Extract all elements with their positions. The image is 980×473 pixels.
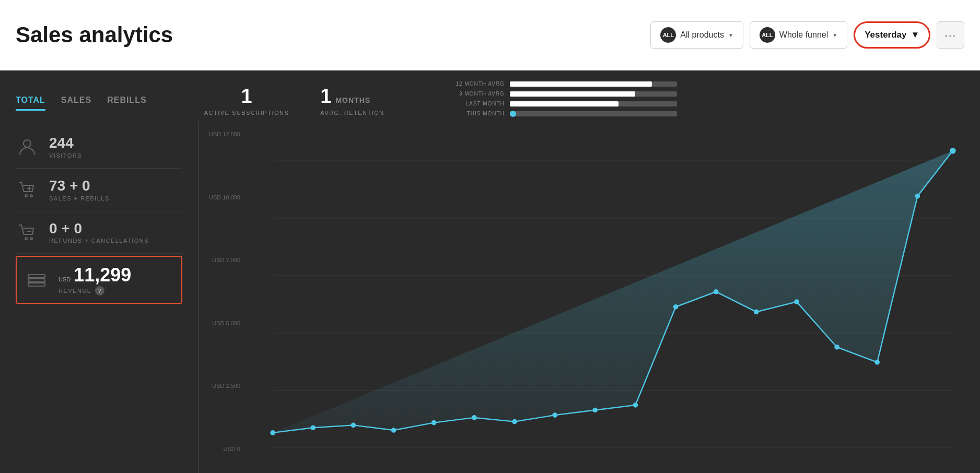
data-point <box>754 310 759 315</box>
avg-retention-unit: MONTHS <box>335 96 370 104</box>
header: Sales analytics ALL All products ▼ ALL W… <box>0 0 980 70</box>
bar-label-12month: 12 MONTH AVRG <box>437 81 505 87</box>
tab-total[interactable]: TOTAL <box>16 91 45 111</box>
bar-fill-lastmonth <box>510 101 619 107</box>
revenue-label-row: REVENUE ? <box>59 286 131 295</box>
data-point <box>673 304 679 310</box>
avg-retention-label: AVRG. RETENTION <box>320 110 384 116</box>
revenue-label: REVENUE <box>59 288 92 294</box>
tab-sales[interactable]: SALES <box>61 91 91 111</box>
date-filter-button[interactable]: Yesterday ▼ <box>854 21 930 49</box>
date-label: Yesterday <box>865 30 906 40</box>
bar-fill-thismonth <box>510 111 516 117</box>
products-filter-button[interactable]: ALL All products ▼ <box>650 21 743 49</box>
bar-row-lastmonth: LAST MONTH <box>437 101 943 107</box>
sales-rebills-metric: 73 + 0 SALES + REBILLS <box>16 169 182 211</box>
revenue-box: USD 11,299 REVENUE ? <box>16 256 182 304</box>
bar-row-thismonth: THIS MONTH <box>437 111 943 116</box>
header-controls: ALL All products ▼ ALL Whole funnel ▼ Ye… <box>650 21 964 49</box>
data-point-last <box>950 148 956 154</box>
chart-area: USD 12,500 USD 10,000 USD 7,500 USD 5,00… <box>199 121 980 473</box>
data-point <box>834 345 839 350</box>
bar-label-3month: 3 MONTH AVRG <box>437 91 505 97</box>
bar-label-lastmonth: LAST MONTH <box>437 101 505 107</box>
revenue-value: 11,299 <box>74 264 131 286</box>
date-arrow: ▼ <box>911 30 920 40</box>
more-icon: ··· <box>944 29 956 41</box>
bar-stats: 12 MONTH AVRG 3 MONTH AVRG LAST MONTH <box>416 81 964 121</box>
refunds-metric: 0 + 0 REFUNDS + CANCELLATIONS <box>16 211 182 254</box>
data-point <box>351 423 356 428</box>
svg-point-2 <box>30 195 32 197</box>
sales-rebills-data: 73 + 0 SALES + REBILLS <box>49 178 110 202</box>
bar-row-12month: 12 MONTH AVRG <box>437 81 943 87</box>
active-subscriptions-label: ACTIVE SUBSCRIPTIONS <box>204 110 289 116</box>
bar-track-3month <box>510 91 677 97</box>
data-point <box>391 428 396 433</box>
visitors-data: 244 VISITORS <box>49 135 82 159</box>
content-area: 244 VISITORS 73 + 0 SALES <box>0 121 980 473</box>
avg-retention-block: 1 MONTHS <box>320 86 384 108</box>
data-point <box>714 289 719 294</box>
data-point <box>270 430 275 435</box>
refunds-value: 0 + 0 <box>49 221 149 237</box>
y-label-5000: USD 5,000 <box>212 320 240 326</box>
svg-rect-10 <box>28 283 45 286</box>
main-content: TOTAL SALES REBILLS 1 ACTIVE SUBSCRIPTIO… <box>0 70 980 473</box>
cart-add-icon <box>16 178 39 201</box>
bar-track-thismonth <box>510 111 677 116</box>
data-point <box>915 194 920 199</box>
visitors-label: VISITORS <box>49 152 82 159</box>
svg-rect-9 <box>28 279 45 282</box>
revenue-data: USD 11,299 REVENUE ? <box>59 264 131 295</box>
chart-y-labels: USD 12,500 USD 10,000 USD 7,500 USD 5,00… <box>199 121 246 473</box>
data-point <box>794 299 799 304</box>
data-point <box>512 419 517 424</box>
visitor-icon <box>16 135 39 158</box>
cart-minus-icon <box>16 221 39 244</box>
bar-fill-12month <box>510 81 652 87</box>
funnel-badge: ALL <box>760 27 775 43</box>
data-point <box>431 420 437 425</box>
active-subscriptions-value: 1 <box>204 86 289 108</box>
more-button[interactable]: ··· <box>937 21 964 49</box>
bar-label-thismonth: THIS MONTH <box>437 111 505 116</box>
help-icon[interactable]: ? <box>95 286 104 295</box>
visitors-metric: 244 VISITORS <box>16 126 182 169</box>
chart-svg <box>246 121 980 473</box>
data-point <box>633 403 638 408</box>
data-point <box>592 408 598 413</box>
bar-track-lastmonth <box>510 101 677 107</box>
bar-fill-3month <box>510 91 635 97</box>
refunds-label: REFUNDS + CANCELLATIONS <box>49 238 149 244</box>
refunds-data: 0 + 0 REFUNDS + CANCELLATIONS <box>49 221 149 244</box>
avg-retention-value: 1 <box>320 86 331 108</box>
bar-track-12month <box>510 81 677 87</box>
svg-rect-8 <box>28 275 45 278</box>
svg-point-0 <box>24 140 31 147</box>
products-label: All products <box>680 30 724 40</box>
products-arrow: ▼ <box>728 32 733 38</box>
y-label-7500: USD 7,500 <box>212 257 240 263</box>
page-title: Sales analytics <box>16 22 650 48</box>
funnel-label: Whole funnel <box>779 30 828 40</box>
data-point <box>874 360 880 365</box>
products-badge: ALL <box>660 27 676 43</box>
tab-rebills[interactable]: REBILLS <box>107 91 146 111</box>
left-panel: 244 VISITORS 73 + 0 SALES <box>0 121 199 473</box>
data-point <box>472 415 477 420</box>
data-point <box>552 412 557 418</box>
tabs-row: TOTAL SALES REBILLS 1 ACTIVE SUBSCRIPTIO… <box>0 70 980 121</box>
revenue-icon <box>25 268 48 291</box>
y-label-0: USD 0 <box>224 446 240 452</box>
svg-point-1 <box>25 195 27 197</box>
revenue-currency: USD <box>59 276 71 282</box>
y-label-10000: USD 10,000 <box>209 194 240 200</box>
y-label-2500: USD 2,500 <box>212 383 240 389</box>
bar-row-3month: 3 MONTH AVRG <box>437 91 943 97</box>
funnel-filter-button[interactable]: ALL Whole funnel ▼ <box>750 21 847 49</box>
chart-svg-wrap <box>246 121 980 473</box>
data-point <box>310 425 316 430</box>
sales-rebills-label: SALES + REBILLS <box>49 195 110 202</box>
svg-point-5 <box>25 238 27 240</box>
